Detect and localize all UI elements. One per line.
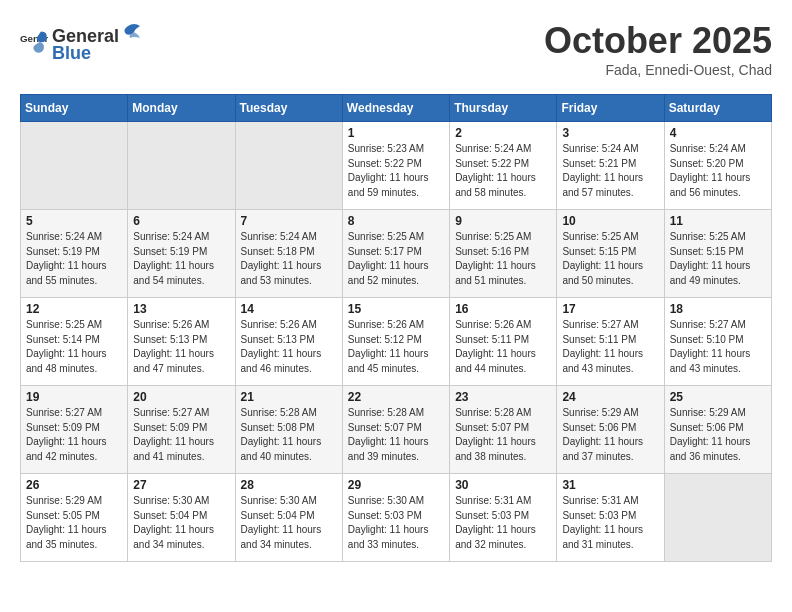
day-info: Sunrise: 5:24 AM Sunset: 5:19 PM Dayligh… — [26, 230, 122, 288]
day-info: Sunrise: 5:31 AM Sunset: 5:03 PM Dayligh… — [562, 494, 658, 552]
calendar-cell: 21Sunrise: 5:28 AM Sunset: 5:08 PM Dayli… — [235, 386, 342, 474]
day-of-week-header: Saturday — [664, 95, 771, 122]
calendar-cell: 6Sunrise: 5:24 AM Sunset: 5:19 PM Daylig… — [128, 210, 235, 298]
calendar-cell: 17Sunrise: 5:27 AM Sunset: 5:11 PM Dayli… — [557, 298, 664, 386]
calendar-cell: 5Sunrise: 5:24 AM Sunset: 5:19 PM Daylig… — [21, 210, 128, 298]
calendar-cell: 13Sunrise: 5:26 AM Sunset: 5:13 PM Dayli… — [128, 298, 235, 386]
calendar-cell: 23Sunrise: 5:28 AM Sunset: 5:07 PM Dayli… — [450, 386, 557, 474]
day-info: Sunrise: 5:23 AM Sunset: 5:22 PM Dayligh… — [348, 142, 444, 200]
day-of-week-header: Tuesday — [235, 95, 342, 122]
calendar-cell — [664, 474, 771, 562]
logo: General General Blue — [20, 20, 143, 64]
calendar-cell: 18Sunrise: 5:27 AM Sunset: 5:10 PM Dayli… — [664, 298, 771, 386]
day-number: 31 — [562, 478, 658, 492]
calendar-cell: 11Sunrise: 5:25 AM Sunset: 5:15 PM Dayli… — [664, 210, 771, 298]
calendar-cell: 27Sunrise: 5:30 AM Sunset: 5:04 PM Dayli… — [128, 474, 235, 562]
day-of-week-header: Monday — [128, 95, 235, 122]
day-info: Sunrise: 5:27 AM Sunset: 5:10 PM Dayligh… — [670, 318, 766, 376]
day-info: Sunrise: 5:26 AM Sunset: 5:11 PM Dayligh… — [455, 318, 551, 376]
day-info: Sunrise: 5:30 AM Sunset: 5:04 PM Dayligh… — [133, 494, 229, 552]
day-info: Sunrise: 5:26 AM Sunset: 5:13 PM Dayligh… — [133, 318, 229, 376]
calendar-header-row: SundayMondayTuesdayWednesdayThursdayFrid… — [21, 95, 772, 122]
calendar-cell: 30Sunrise: 5:31 AM Sunset: 5:03 PM Dayli… — [450, 474, 557, 562]
calendar-cell — [21, 122, 128, 210]
day-number: 11 — [670, 214, 766, 228]
day-info: Sunrise: 5:28 AM Sunset: 5:07 PM Dayligh… — [348, 406, 444, 464]
day-number: 9 — [455, 214, 551, 228]
calendar-cell: 14Sunrise: 5:26 AM Sunset: 5:13 PM Dayli… — [235, 298, 342, 386]
calendar-cell: 20Sunrise: 5:27 AM Sunset: 5:09 PM Dayli… — [128, 386, 235, 474]
day-info: Sunrise: 5:24 AM Sunset: 5:21 PM Dayligh… — [562, 142, 658, 200]
day-number: 25 — [670, 390, 766, 404]
calendar-cell: 22Sunrise: 5:28 AM Sunset: 5:07 PM Dayli… — [342, 386, 449, 474]
calendar-cell — [235, 122, 342, 210]
day-info: Sunrise: 5:27 AM Sunset: 5:09 PM Dayligh… — [26, 406, 122, 464]
day-number: 16 — [455, 302, 551, 316]
calendar-cell: 19Sunrise: 5:27 AM Sunset: 5:09 PM Dayli… — [21, 386, 128, 474]
day-number: 17 — [562, 302, 658, 316]
day-number: 20 — [133, 390, 229, 404]
day-info: Sunrise: 5:25 AM Sunset: 5:17 PM Dayligh… — [348, 230, 444, 288]
day-info: Sunrise: 5:29 AM Sunset: 5:05 PM Dayligh… — [26, 494, 122, 552]
calendar-table: SundayMondayTuesdayWednesdayThursdayFrid… — [20, 94, 772, 562]
day-number: 8 — [348, 214, 444, 228]
calendar-cell: 24Sunrise: 5:29 AM Sunset: 5:06 PM Dayli… — [557, 386, 664, 474]
day-info: Sunrise: 5:29 AM Sunset: 5:06 PM Dayligh… — [670, 406, 766, 464]
calendar-cell: 12Sunrise: 5:25 AM Sunset: 5:14 PM Dayli… — [21, 298, 128, 386]
calendar-cell: 1Sunrise: 5:23 AM Sunset: 5:22 PM Daylig… — [342, 122, 449, 210]
calendar-week-row: 26Sunrise: 5:29 AM Sunset: 5:05 PM Dayli… — [21, 474, 772, 562]
day-info: Sunrise: 5:27 AM Sunset: 5:11 PM Dayligh… — [562, 318, 658, 376]
day-number: 4 — [670, 126, 766, 140]
calendar-body: 1Sunrise: 5:23 AM Sunset: 5:22 PM Daylig… — [21, 122, 772, 562]
day-number: 14 — [241, 302, 337, 316]
calendar-cell: 31Sunrise: 5:31 AM Sunset: 5:03 PM Dayli… — [557, 474, 664, 562]
calendar-title: October 2025 — [544, 20, 772, 62]
day-info: Sunrise: 5:30 AM Sunset: 5:04 PM Dayligh… — [241, 494, 337, 552]
day-info: Sunrise: 5:28 AM Sunset: 5:07 PM Dayligh… — [455, 406, 551, 464]
calendar-cell: 4Sunrise: 5:24 AM Sunset: 5:20 PM Daylig… — [664, 122, 771, 210]
day-info: Sunrise: 5:28 AM Sunset: 5:08 PM Dayligh… — [241, 406, 337, 464]
day-number: 13 — [133, 302, 229, 316]
day-number: 3 — [562, 126, 658, 140]
calendar-subtitle: Fada, Ennedi-Ouest, Chad — [544, 62, 772, 78]
calendar-cell: 28Sunrise: 5:30 AM Sunset: 5:04 PM Dayli… — [235, 474, 342, 562]
calendar-cell: 16Sunrise: 5:26 AM Sunset: 5:11 PM Dayli… — [450, 298, 557, 386]
day-info: Sunrise: 5:31 AM Sunset: 5:03 PM Dayligh… — [455, 494, 551, 552]
day-number: 26 — [26, 478, 122, 492]
calendar-cell: 29Sunrise: 5:30 AM Sunset: 5:03 PM Dayli… — [342, 474, 449, 562]
day-info: Sunrise: 5:25 AM Sunset: 5:15 PM Dayligh… — [562, 230, 658, 288]
calendar-cell: 8Sunrise: 5:25 AM Sunset: 5:17 PM Daylig… — [342, 210, 449, 298]
day-number: 23 — [455, 390, 551, 404]
day-of-week-header: Sunday — [21, 95, 128, 122]
day-info: Sunrise: 5:25 AM Sunset: 5:14 PM Dayligh… — [26, 318, 122, 376]
day-number: 7 — [241, 214, 337, 228]
day-of-week-header: Thursday — [450, 95, 557, 122]
calendar-cell: 26Sunrise: 5:29 AM Sunset: 5:05 PM Dayli… — [21, 474, 128, 562]
day-number: 10 — [562, 214, 658, 228]
day-number: 18 — [670, 302, 766, 316]
calendar-week-row: 12Sunrise: 5:25 AM Sunset: 5:14 PM Dayli… — [21, 298, 772, 386]
logo-icon: General — [20, 28, 48, 56]
day-number: 27 — [133, 478, 229, 492]
calendar-cell: 7Sunrise: 5:24 AM Sunset: 5:18 PM Daylig… — [235, 210, 342, 298]
day-number: 19 — [26, 390, 122, 404]
calendar-week-row: 19Sunrise: 5:27 AM Sunset: 5:09 PM Dayli… — [21, 386, 772, 474]
day-info: Sunrise: 5:25 AM Sunset: 5:15 PM Dayligh… — [670, 230, 766, 288]
day-number: 30 — [455, 478, 551, 492]
day-info: Sunrise: 5:24 AM Sunset: 5:18 PM Dayligh… — [241, 230, 337, 288]
calendar-cell: 15Sunrise: 5:26 AM Sunset: 5:12 PM Dayli… — [342, 298, 449, 386]
day-info: Sunrise: 5:24 AM Sunset: 5:20 PM Dayligh… — [670, 142, 766, 200]
day-number: 21 — [241, 390, 337, 404]
page-header: General General Blue October 2025 Fada, … — [20, 20, 772, 78]
calendar-cell: 2Sunrise: 5:24 AM Sunset: 5:22 PM Daylig… — [450, 122, 557, 210]
day-info: Sunrise: 5:24 AM Sunset: 5:19 PM Dayligh… — [133, 230, 229, 288]
day-number: 12 — [26, 302, 122, 316]
day-number: 24 — [562, 390, 658, 404]
day-number: 29 — [348, 478, 444, 492]
day-info: Sunrise: 5:30 AM Sunset: 5:03 PM Dayligh… — [348, 494, 444, 552]
day-of-week-header: Wednesday — [342, 95, 449, 122]
calendar-week-row: 1Sunrise: 5:23 AM Sunset: 5:22 PM Daylig… — [21, 122, 772, 210]
day-info: Sunrise: 5:29 AM Sunset: 5:06 PM Dayligh… — [562, 406, 658, 464]
day-info: Sunrise: 5:26 AM Sunset: 5:13 PM Dayligh… — [241, 318, 337, 376]
title-block: October 2025 Fada, Ennedi-Ouest, Chad — [544, 20, 772, 78]
